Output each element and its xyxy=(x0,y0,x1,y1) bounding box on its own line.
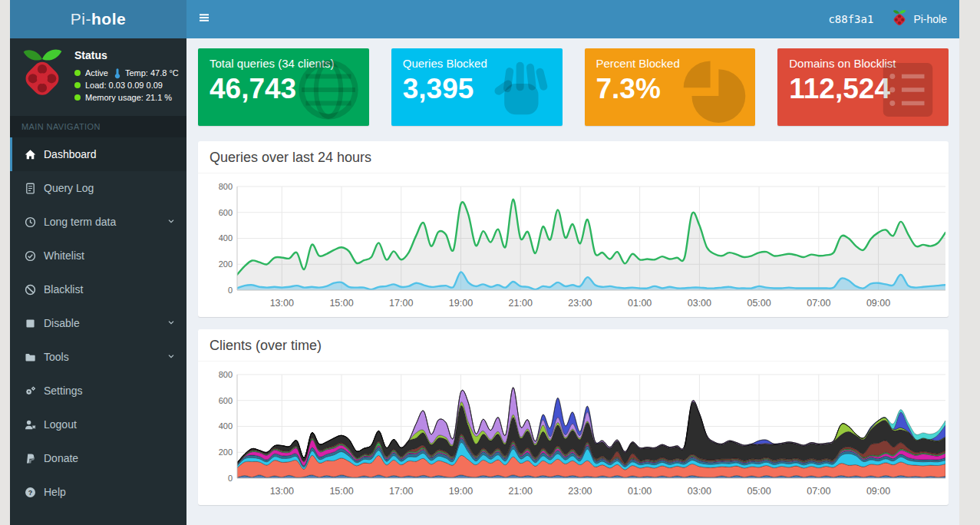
sidebar-item-label: Long term data xyxy=(44,216,116,228)
sidebar-toggle-button[interactable] xyxy=(186,0,222,38)
logo-text-pi: Pi- xyxy=(71,10,91,28)
sidebar-item-disable[interactable]: Disable xyxy=(10,306,186,340)
svg-text:21:00: 21:00 xyxy=(509,298,533,309)
card-percent-blocked: Percent Blocked7.3% xyxy=(585,48,756,126)
svg-text:19:00: 19:00 xyxy=(449,486,473,497)
globe-icon xyxy=(295,57,361,126)
svg-text:?: ? xyxy=(28,488,32,496)
memory-value: 21.1 % xyxy=(146,91,172,104)
sidebar: Status Active Temp: 47.8 °C Load: 0.03 0… xyxy=(10,38,186,525)
user-logout-icon xyxy=(25,419,44,431)
screen: Pi-hole c88f3a1 Pi-hole xyxy=(0,0,980,525)
svg-text:17:00: 17:00 xyxy=(389,486,413,497)
queries-panel-body: 020040060080013:0015:0017:0019:0021:0023… xyxy=(198,173,949,317)
pihole-raspberry-logo xyxy=(19,48,65,98)
svg-text:03:00: 03:00 xyxy=(688,298,711,309)
status-active-label: Active xyxy=(85,67,108,79)
sidebar-item-help[interactable]: ?Help xyxy=(10,475,186,509)
clock-icon xyxy=(25,216,44,228)
svg-text:200: 200 xyxy=(219,259,233,269)
sidebar-item-long-term-data[interactable]: Long term data xyxy=(10,205,186,239)
sidebar-item-query-log[interactable]: Query Log xyxy=(10,171,186,205)
chevron-down-icon xyxy=(167,350,176,364)
sidebar-item-label: Disable xyxy=(44,317,80,329)
svg-text:23:00: 23:00 xyxy=(568,486,592,497)
sidebar-item-label: Blacklist xyxy=(44,283,83,296)
sidebar-item-label: Query Log xyxy=(44,182,94,194)
sidebar-item-whitelist[interactable]: Whitelist xyxy=(10,239,186,272)
clients-chart[interactable]: 020040060080013:0015:0017:0019:0021:0023… xyxy=(210,368,947,500)
pihole-admin-window: Pi-hole c88f3a1 Pi-hole xyxy=(10,0,959,525)
memory-label: Memory usage: xyxy=(85,91,144,104)
queries-chart[interactable]: 020040060080013:0015:0017:0019:0021:0023… xyxy=(210,180,947,312)
status-row-active: Active Temp: 47.8 °C xyxy=(74,67,179,79)
pie-chart-icon xyxy=(681,57,747,126)
svg-text:03:00: 03:00 xyxy=(688,486,711,497)
sidebar-menu: DashboardQuery LogLong term dataWhitelis… xyxy=(10,137,186,509)
sidebar-item-dashboard[interactable]: Dashboard xyxy=(10,137,186,171)
hamburger-icon xyxy=(198,12,210,27)
card-domains-on-blocklist: Domains on Blocklist112,524 xyxy=(777,48,949,126)
list-icon xyxy=(875,57,941,126)
clients-panel-header: Clients (over time) xyxy=(198,329,949,362)
sidebar-item-donate[interactable]: Donate xyxy=(10,441,186,475)
svg-text:400: 400 xyxy=(219,421,233,431)
card-queries-blocked: Queries Blocked3,395 xyxy=(391,48,563,126)
thermometer-icon xyxy=(114,68,121,78)
load-value: 0.03 0.09 0.09 xyxy=(109,79,163,91)
sidebar-item-label: Whitelist xyxy=(44,249,84,262)
ban-icon xyxy=(25,284,44,296)
temp-label: Temp: xyxy=(125,67,148,79)
card-total-queries-34-clients-: Total queries (34 clients)46,743 xyxy=(198,48,369,126)
status-title: Status xyxy=(74,49,179,61)
chevron-down-icon xyxy=(167,215,176,229)
brand-label: Pi-hole xyxy=(913,13,947,25)
navbar: c88f3a1 Pi-hole xyxy=(186,0,959,38)
status-memory-dot xyxy=(74,94,81,101)
navbar-brand: Pi-hole xyxy=(892,9,947,29)
sidebar-item-logout[interactable]: Logout xyxy=(10,408,186,441)
svg-text:15:00: 15:00 xyxy=(329,298,353,309)
app-logo[interactable]: Pi-hole xyxy=(10,0,186,38)
sidebar-item-label: Dashboard xyxy=(44,148,97,160)
svg-text:800: 800 xyxy=(219,182,233,191)
main-content: Total queries (34 clients)46,743Queries … xyxy=(186,38,959,525)
svg-text:05:00: 05:00 xyxy=(747,486,770,497)
status-row-memory: Memory usage: 21.1 % xyxy=(74,91,179,104)
svg-text:21:00: 21:00 xyxy=(509,486,533,497)
svg-text:0: 0 xyxy=(228,474,233,483)
status-info: Status Active Temp: 47.8 °C Load: 0.03 0… xyxy=(74,48,179,104)
summary-cards: Total queries (34 clients)46,743Queries … xyxy=(198,48,949,126)
chevron-down-icon xyxy=(167,316,176,330)
svg-text:05:00: 05:00 xyxy=(747,298,770,309)
question-icon: ? xyxy=(25,487,44,498)
sidebar-item-blacklist[interactable]: Blacklist xyxy=(10,272,186,306)
svg-text:09:00: 09:00 xyxy=(866,298,890,309)
stop-icon xyxy=(25,318,44,329)
sidebar-item-label: Logout xyxy=(44,418,77,431)
gears-icon xyxy=(25,385,44,397)
svg-text:23:00: 23:00 xyxy=(568,298,592,309)
folder-icon xyxy=(25,352,44,363)
temp-value: 47.8 °C xyxy=(150,67,179,79)
svg-text:600: 600 xyxy=(219,208,233,217)
sidebar-item-label: Help xyxy=(44,486,66,498)
svg-text:13:00: 13:00 xyxy=(270,486,294,497)
logo-text-hole: hole xyxy=(91,10,126,28)
queries-panel-header: Queries over last 24 hours xyxy=(198,141,949,173)
clients-panel-body: 020040060080013:0015:0017:0019:0021:0023… xyxy=(198,362,949,505)
svg-text:07:00: 07:00 xyxy=(807,486,830,497)
hostname-label: c88f3a1 xyxy=(828,13,873,25)
file-icon xyxy=(25,183,44,194)
svg-text:17:00: 17:00 xyxy=(389,298,413,309)
sidebar-section-label: MAIN NAVIGATION xyxy=(10,116,186,137)
clients-panel: Clients (over time) 020040060080013:0015… xyxy=(198,329,949,505)
sidebar-item-settings[interactable]: Settings xyxy=(10,374,186,408)
svg-text:09:00: 09:00 xyxy=(866,486,890,497)
svg-text:01:00: 01:00 xyxy=(628,298,652,309)
sidebar-item-tools[interactable]: Tools xyxy=(10,340,186,374)
svg-text:0: 0 xyxy=(228,286,233,295)
raspberry-icon xyxy=(892,9,907,29)
svg-text:600: 600 xyxy=(219,396,233,405)
queries-panel: Queries over last 24 hours 0200400600800… xyxy=(198,141,949,317)
